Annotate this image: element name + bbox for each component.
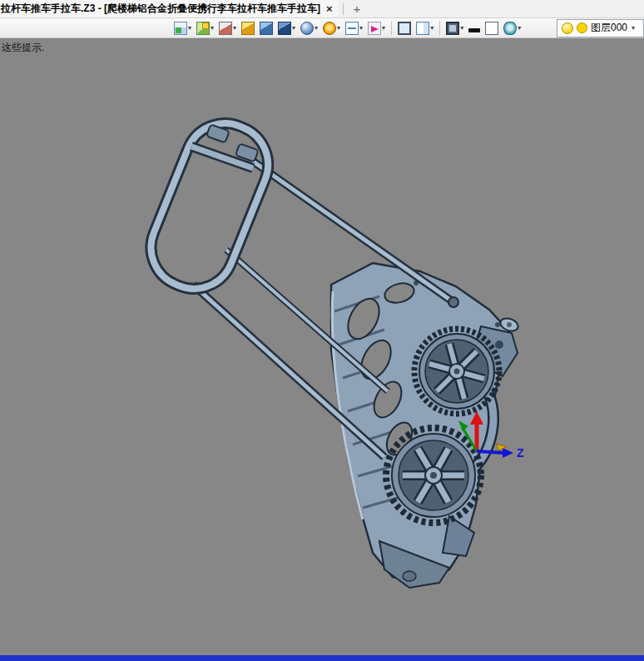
background-color-icon-glyph	[485, 22, 498, 35]
handle-loop[interactable]	[139, 112, 280, 301]
spin-view-icon[interactable]: ▾	[321, 19, 342, 37]
viewport-split-icon-glyph	[416, 22, 429, 35]
dropdown-caret: ▾	[359, 24, 363, 32]
appearance-icon-glyph	[196, 22, 210, 35]
section-view-icon-glyph	[345, 22, 359, 35]
shaded-display-icon[interactable]	[240, 19, 256, 37]
shaded-edges-display-icon-glyph	[278, 22, 291, 35]
visibility-filter-icon[interactable]: ▾	[502, 19, 523, 37]
fullscreen-icon-glyph	[398, 22, 411, 35]
document-tab[interactable]: 拉杆车推车手拉车.Z3 - [爬楼梯铝合金折叠便携行李车拉杆车推车手拉车] ×	[0, 0, 338, 17]
display-settings-icon-glyph	[446, 22, 459, 35]
visibility-filter-icon-glyph	[503, 22, 517, 35]
view-orientation-icon[interactable]: ▾	[366, 19, 387, 37]
dropdown-caret: ▾	[233, 24, 236, 32]
layer-visibility-bulb-icon[interactable]	[562, 22, 573, 34]
edge-width-icon[interactable]	[467, 19, 482, 37]
display-settings-icon[interactable]: ▾	[444, 19, 465, 37]
dropdown-caret: ▾	[188, 24, 191, 32]
dropdown-caret: ▾	[518, 24, 521, 32]
fullscreen-icon[interactable]	[396, 19, 413, 37]
render-material-icon[interactable]: ▾	[299, 19, 320, 37]
layer-color-swatch[interactable]	[577, 22, 587, 33]
shaded-edges-display-icon[interactable]: ▾	[276, 19, 297, 37]
tab-separator	[343, 3, 344, 15]
appearance-icon[interactable]: ▾	[195, 19, 215, 37]
new-tab-button[interactable]: +	[349, 2, 366, 17]
layer-control[interactable]: 图层000 ▾	[557, 19, 644, 37]
tab-bar: 拉杆车推车手拉车.Z3 - [爬楼梯铝合金折叠便携行李车拉杆车推车手拉车] × …	[0, 0, 644, 18]
viewport-canvas[interactable]: 这些提示.	[0, 39, 644, 655]
shaded-display-icon-glyph	[241, 22, 255, 35]
dropdown-caret: ▾	[382, 24, 385, 32]
dropdown-caret: ▾	[315, 24, 318, 32]
render-material-icon-glyph	[300, 22, 314, 35]
base-plate[interactable]	[331, 263, 514, 583]
solid-display-icon-glyph	[260, 22, 273, 35]
dropdown-caret: ▾	[292, 24, 295, 32]
tab-title: 拉杆车推车手拉车.Z3 - [爬楼梯铝合金折叠便携行李车拉杆车推车手拉车]	[1, 2, 320, 16]
toolbar-separator	[391, 21, 392, 35]
screen-capture-icon-glyph	[174, 22, 187, 35]
spin-view-icon-glyph	[323, 22, 336, 35]
toolbar-separator	[439, 21, 440, 35]
wireframe-display-icon-glyph	[219, 22, 232, 35]
solid-display-icon[interactable]	[258, 19, 275, 37]
section-view-icon[interactable]: ▾	[344, 19, 364, 37]
dropdown-caret: ▾	[211, 24, 214, 32]
tab-close-button[interactable]: ×	[324, 2, 334, 15]
layer-name-label: 图层000	[591, 21, 627, 35]
axis-z-label: Z	[517, 446, 524, 460]
axis-z-arrow	[503, 448, 513, 458]
dropdown-caret: ▾	[430, 24, 433, 32]
layer-dropdown-caret[interactable]: ▾	[632, 24, 635, 32]
viewport-split-icon[interactable]: ▾	[414, 19, 435, 37]
background-color-icon[interactable]	[483, 19, 500, 37]
model-view-svg[interactable]: Z	[0, 39, 644, 655]
dropdown-caret: ▾	[337, 24, 340, 32]
dropdown-caret: ▾	[460, 24, 463, 32]
status-strip	[0, 655, 644, 661]
cart-model[interactable]	[139, 112, 520, 588]
view-toolbar: ▾▾▾▾▾▾▾▾▾▾▾ 图层000 ▾	[0, 18, 644, 38]
view-orientation-icon-glyph	[368, 22, 381, 35]
edge-width-icon-glyph	[468, 28, 480, 32]
toolbar-icons: ▾▾▾▾▾▾▾▾▾▾▾	[171, 19, 523, 37]
wireframe-display-icon[interactable]: ▾	[217, 19, 238, 37]
screen-capture-icon[interactable]: ▾	[172, 19, 193, 37]
